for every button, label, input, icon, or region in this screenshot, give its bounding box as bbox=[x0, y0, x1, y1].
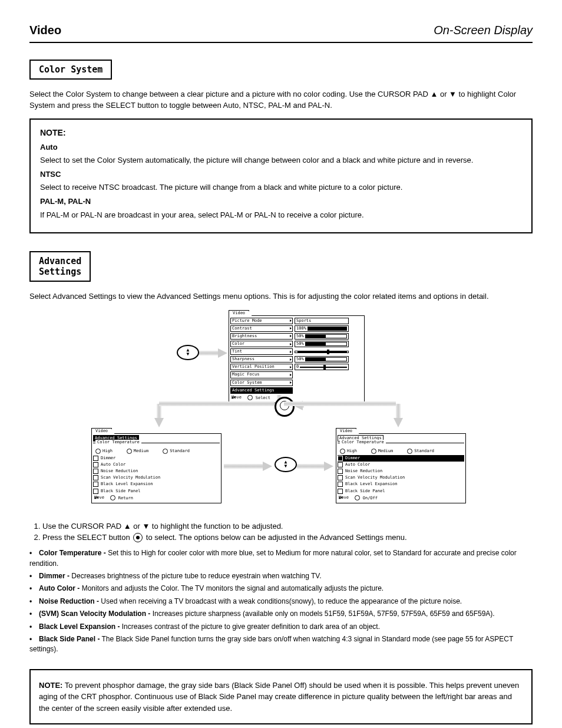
osd-hint-row: ▲▼ Move Return bbox=[93, 495, 220, 502]
checkbox-icon bbox=[338, 489, 343, 494]
osd-row-value bbox=[295, 351, 349, 353]
section-label-color-system: Color System bbox=[29, 60, 112, 80]
osd-row-value-text: 100% bbox=[296, 326, 306, 331]
osd-row-value: 50% bbox=[295, 333, 349, 340]
checkbox-icon bbox=[93, 489, 98, 494]
osd-row: Magic Focus bbox=[230, 371, 363, 378]
osd-row: Picture ModeSports bbox=[230, 317, 363, 325]
item-name: Auto Color - bbox=[39, 584, 80, 592]
checkbox-icon bbox=[93, 456, 98, 461]
select-icon bbox=[133, 533, 143, 542]
radio-item: Standard bbox=[163, 449, 190, 454]
navigation-diagram: ▲▼ Video Picture ModeSportsContrast100%B… bbox=[29, 309, 533, 510]
checkbox-row: Noise Reduction bbox=[338, 468, 464, 475]
fieldset-label: Color Temperature bbox=[95, 440, 141, 444]
checkbox-row: Black Level Expansion bbox=[93, 481, 220, 487]
advanced-item: •Auto Color - Monitors and adjusts the C… bbox=[29, 584, 533, 594]
progress-bar bbox=[305, 357, 347, 361]
updown-icon: ▲▼ bbox=[94, 495, 98, 500]
checkbox-icon bbox=[93, 469, 98, 474]
item-name: Color Temperature - bbox=[39, 549, 106, 557]
osd-advanced-left: Video Advanced SettingsColor Temperature… bbox=[91, 427, 222, 503]
osd-row-value-text: 50% bbox=[296, 334, 304, 339]
slider-thumb bbox=[323, 365, 326, 370]
osd-row-value: 50% bbox=[295, 341, 349, 347]
radio-icon bbox=[407, 449, 412, 454]
osd-row-label: Contrast bbox=[230, 325, 293, 332]
osd-row-label: Tint bbox=[230, 348, 293, 355]
progress-bar bbox=[308, 327, 347, 331]
slider-thumb bbox=[327, 350, 329, 354]
item-name: Black Side Panel - bbox=[39, 635, 100, 643]
color-system-text: Select the Color System to change betwee… bbox=[29, 89, 533, 111]
osd-fieldset: Color Temperature bbox=[93, 443, 220, 449]
checkbox-row: Scan Velocity Modulation bbox=[93, 475, 220, 481]
checkbox-row: Auto Color bbox=[338, 462, 464, 468]
select-icon bbox=[247, 395, 253, 401]
checkbox-row: Scan Velocity Modulation bbox=[338, 475, 464, 481]
checkbox-label: Dimmer bbox=[101, 456, 115, 461]
osd-row-label: Magic Focus bbox=[230, 371, 293, 378]
osd-row-value: 0 bbox=[295, 364, 349, 370]
osd-row-label: Vertical Position bbox=[230, 364, 293, 370]
advanced-item: •Dimmer - Decreases brightness of the pi… bbox=[29, 571, 533, 581]
section-label-advanced-settings: Advanced Settings bbox=[29, 251, 91, 282]
checkbox-icon bbox=[338, 456, 343, 461]
osd-tab: Video bbox=[229, 310, 249, 316]
radio-label: Standard bbox=[414, 449, 434, 454]
checkbox-icon bbox=[93, 462, 98, 467]
radio-icon bbox=[340, 449, 345, 454]
header-subtitle: On-Screen Display bbox=[434, 24, 533, 37]
osd-row-label: Color System bbox=[230, 380, 293, 386]
step-item: Press the SELECT button to select. The o… bbox=[42, 533, 533, 543]
osd-row-label: Picture Mode bbox=[230, 318, 293, 324]
select-button-icon bbox=[275, 397, 295, 417]
advanced-item: •Black Level Expansion - Increases contr… bbox=[29, 622, 533, 632]
checkbox-icon bbox=[93, 475, 98, 480]
radio-label: Medium bbox=[134, 449, 148, 454]
note-item: AutoSelect to set the Color System autom… bbox=[40, 142, 522, 166]
checkbox-icon bbox=[338, 475, 343, 480]
osd-row-value: 50% bbox=[295, 356, 349, 363]
osd-row: Vertical Position0 bbox=[230, 363, 363, 371]
osd-tab: Video bbox=[91, 428, 112, 434]
fieldset-label: Color Temperature bbox=[340, 440, 386, 444]
radio-label: High bbox=[347, 449, 357, 454]
advanced-items-list: •Color Temperature - Set this to High fo… bbox=[29, 548, 533, 655]
radio-item: Medium bbox=[371, 449, 393, 454]
osd-advanced-right: Video Advanced SettingsColor Temperature… bbox=[336, 427, 466, 503]
note-color-system: NOTE: AutoSelect to set the Color System… bbox=[29, 118, 533, 233]
progress-bar bbox=[305, 334, 347, 338]
osd-row-value: Sports bbox=[295, 318, 349, 324]
checkbox-row: Noise Reduction bbox=[93, 468, 220, 475]
note-title: NOTE: bbox=[39, 681, 62, 690]
note-item: PAL-M, PAL-NIf PAL-M or PAL-N are broadc… bbox=[40, 196, 522, 220]
checkbox-icon bbox=[338, 482, 343, 487]
checkbox-label: Black Side Panel bbox=[101, 489, 140, 494]
item-name: Noise Reduction - bbox=[39, 597, 99, 605]
radio-item: Standard bbox=[407, 449, 434, 454]
radio-item: High bbox=[340, 449, 357, 454]
progress-bar bbox=[305, 342, 347, 346]
updown-icon: ▲▼ bbox=[232, 395, 236, 400]
checkbox-icon bbox=[93, 482, 98, 487]
osd-row-value-text: 0 bbox=[296, 364, 299, 370]
osd-row: Sharpness50% bbox=[230, 355, 363, 363]
advanced-item: •Black Side Panel - The Black Side Panel… bbox=[29, 634, 533, 655]
checkbox-row: Dimmer bbox=[93, 455, 220, 462]
osd-row: Color50% bbox=[230, 340, 363, 348]
radio-icon bbox=[95, 449, 101, 454]
checkbox-row: Black Side Panel bbox=[93, 488, 220, 495]
osd-row-label: Color bbox=[230, 341, 293, 347]
osd-row: Advanced Settings bbox=[230, 387, 363, 394]
advanced-steps: Use the CURSOR PAD ▲ or ▼ to highlight t… bbox=[29, 522, 533, 543]
checkbox-label: Black Level Expansion bbox=[345, 482, 398, 487]
note-title: NOTE: bbox=[40, 128, 522, 137]
item-name: Dimmer - bbox=[39, 572, 70, 580]
page-section-title: Video bbox=[29, 24, 61, 37]
checkbox-label: Auto Color bbox=[101, 462, 125, 467]
checkbox-icon bbox=[338, 462, 343, 467]
item-name: Black Level Expansion - bbox=[39, 622, 120, 631]
checkbox-label: Scan Velocity Modulation bbox=[101, 475, 160, 480]
item-name: (SVM) Scan Velocity Modulation - bbox=[39, 610, 150, 618]
